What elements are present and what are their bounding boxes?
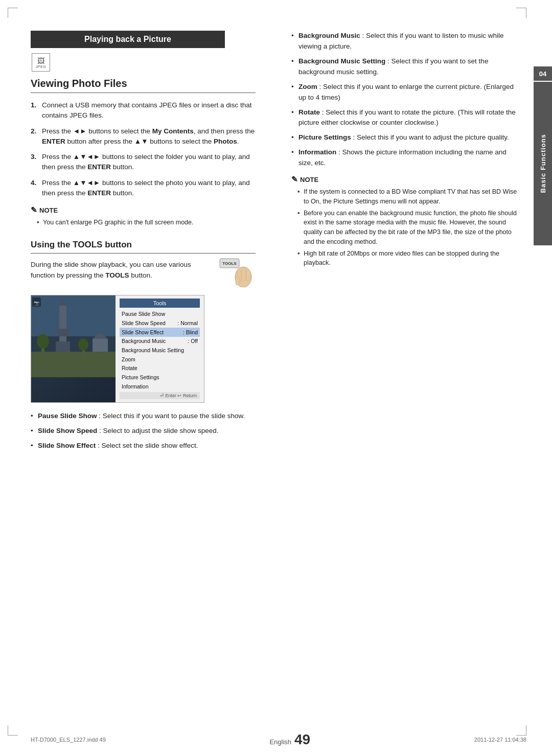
note-list-2: If the system is connected to a BD Wise … xyxy=(291,187,521,268)
step-num-3: 3. xyxy=(31,152,42,173)
menu-item-bgmusic-label: Background Music xyxy=(122,337,166,345)
step-list: 1. Connect a USB memory that contains JP… xyxy=(31,100,256,198)
tools-description-area: During the slide show playback, you can … xyxy=(31,260,256,289)
footer-return: ↩ Return xyxy=(177,393,197,398)
tools-menu-title: Tools xyxy=(120,299,200,308)
section-viewing-title: Viewing Photo Files xyxy=(31,78,256,93)
left-bullet-list: Pause Slide Show : Select this if you wa… xyxy=(31,411,256,451)
page-header-banner: Playing back a Picture xyxy=(31,31,225,48)
menu-item-effect-value: : Blind xyxy=(183,329,198,336)
svg-point-15 xyxy=(37,334,49,349)
step-text-1: Connect a USB memory that contains JPEG … xyxy=(42,100,256,121)
note-label-1: NOTE xyxy=(39,207,58,214)
menu-item-info: Information xyxy=(120,382,200,391)
right-column: Background Music : Select this if you wa… xyxy=(286,31,521,705)
right-bullet-list: Background Music : Select this if you wa… xyxy=(291,31,521,169)
rbullet-bgsetting: Background Music Setting : Select this i… xyxy=(291,56,521,78)
note-list-1: You can't enlarge PG graphic in the full… xyxy=(31,218,256,227)
menu-item-effect-label: Slide Show Effect xyxy=(122,329,164,336)
menu-item-rotate-label: Rotate xyxy=(122,364,137,372)
footer-enter: ⏎ Enter xyxy=(160,393,176,398)
page-number-area: English 49 xyxy=(269,732,310,747)
step-text-2: Press the ◄► buttons to select the My Co… xyxy=(42,126,256,147)
menu-item-bgsetting-label: Background Music Setting xyxy=(122,347,184,354)
tools-text: During the slide show playback, you can … xyxy=(31,260,213,286)
section-tools-title: Using the TOOLS button xyxy=(31,240,256,254)
svg-rect-9 xyxy=(31,352,118,377)
menu-item-bgmusic-value: : Off xyxy=(188,337,198,345)
tools-button-image: TOOLS xyxy=(219,258,256,289)
note-header-2: ✎ NOTE xyxy=(291,175,521,184)
note-icon-2: ✎ xyxy=(291,175,298,184)
svg-rect-18 xyxy=(93,339,108,352)
note-section-2: ✎ NOTE If the system is connected to a B… xyxy=(291,175,521,268)
page-num-digit: 49 xyxy=(294,732,310,747)
bullet-effect: Slide Show Effect : Select set the slide… xyxy=(31,441,256,451)
step-item-1: 1. Connect a USB memory that contains JP… xyxy=(31,100,256,121)
menu-item-zoom-label: Zoom xyxy=(122,356,135,363)
step-num-2: 2. xyxy=(31,126,42,147)
time-text: 11:04:38 xyxy=(504,737,526,743)
page-num-word: English xyxy=(269,738,291,746)
svg-rect-4 xyxy=(242,268,246,281)
svg-point-17 xyxy=(78,338,88,351)
step-text-4: Press the ▲▼◄► buttons to select the pho… xyxy=(42,178,256,199)
date-text: 2011-12-27 xyxy=(474,737,503,743)
svg-rect-12 xyxy=(57,329,69,336)
icon-image: 🖼 xyxy=(37,57,44,65)
step-item-2: 2. Press the ◄► buttons to select the My… xyxy=(31,126,256,147)
photo-icon-symbol: 📷 xyxy=(34,301,39,306)
tools-menu-footer: ⏎ Enter ↩ Return xyxy=(120,392,200,399)
svg-rect-6 xyxy=(236,276,240,285)
step-text-3: Press the ▲▼◄► buttons to select the fol… xyxy=(42,152,256,173)
tools-menu-image: 📷 Tools Pause Slide Show Slide Show Spee… xyxy=(31,295,204,403)
rbullet-zoom: Zoom : Select this if you want to enlarg… xyxy=(291,82,521,103)
photo-icon: 📷 xyxy=(32,297,41,307)
jpeg-icon: 🖼 JPEG xyxy=(32,53,50,72)
tools-desc-text: During the slide show playback, you can … xyxy=(31,260,213,281)
svg-rect-13 xyxy=(56,341,70,352)
svg-rect-8 xyxy=(31,295,118,336)
icon-label: JPEG xyxy=(36,65,46,68)
menu-item-bgsetting: Background Music Setting xyxy=(120,346,200,355)
bullet-speed: Slide Show Speed : Select to adjust the … xyxy=(31,426,256,437)
tools-button-svg: TOOLS xyxy=(219,258,256,287)
rbullet-rotate: Rotate : Select this if you want to rota… xyxy=(291,107,521,129)
menu-item-rotate: Rotate xyxy=(120,364,200,373)
menu-item-picsettings-label: Picture Settings xyxy=(122,374,159,381)
photo-bg-svg xyxy=(31,295,118,377)
menu-item-picsettings: Picture Settings xyxy=(120,373,200,382)
menu-item-speed-label: Slide Show Speed xyxy=(122,319,166,327)
tools-menu-overlay: Tools Pause Slide Show Slide Show Speed … xyxy=(116,295,204,402)
menu-item-speed-value: : Normal xyxy=(177,319,198,327)
note-item-1-1: You can't enlarge PG graphic in the full… xyxy=(37,218,256,227)
svg-text:TOOLS: TOOLS xyxy=(222,261,237,266)
file-info: HT-D7000_ELS_1227.indd 49 xyxy=(31,737,106,743)
note-section-1: ✎ NOTE You can't enlarge PG graphic in t… xyxy=(31,205,256,227)
note-header-1: ✎ NOTE xyxy=(31,205,256,215)
note-label-2: NOTE xyxy=(300,176,318,184)
menu-item-bgmusic: Background Music : Off xyxy=(120,337,200,346)
rbullet-bgmusic: Background Music : Select this if you wa… xyxy=(291,31,521,52)
page-footer: HT-D7000_ELS_1227.indd 49 English 49 201… xyxy=(31,732,526,747)
menu-item-pause-label: Pause Slide Show xyxy=(122,310,165,318)
left-column: Playing back a Picture 🖼 JPEG Viewing Ph… xyxy=(31,31,266,705)
step-num-1: 1. xyxy=(31,100,42,121)
step-num-4: 4. xyxy=(31,178,42,199)
menu-item-info-label: Information xyxy=(122,383,149,391)
header-title: Playing back a Picture xyxy=(84,35,171,43)
step-item-3: 3. Press the ▲▼◄► buttons to select the … xyxy=(31,152,256,173)
menu-item-speed: Slide Show Speed : Normal xyxy=(120,318,200,328)
bullet-pause: Pause Slide Show : Select this if you wa… xyxy=(31,411,256,422)
note-icon: ✎ xyxy=(31,205,37,215)
menu-item-effect: Slide Show Effect : Blind xyxy=(120,328,200,337)
tools-section: During the slide show playback, you can … xyxy=(31,260,256,451)
date-time: 2011-12-27 11:04:38 xyxy=(474,737,526,743)
menu-title-text: Tools xyxy=(153,300,167,306)
note-item-2-1: If the system is connected to a BD Wise … xyxy=(297,187,521,207)
svg-rect-5 xyxy=(246,270,250,281)
menu-item-pause: Pause Slide Show xyxy=(120,310,200,319)
note-item-2-2: Before you can enable the background mus… xyxy=(297,209,521,247)
step-item-4: 4. Press the ▲▼◄► buttons to select the … xyxy=(31,178,256,199)
menu-item-zoom: Zoom xyxy=(120,355,200,364)
